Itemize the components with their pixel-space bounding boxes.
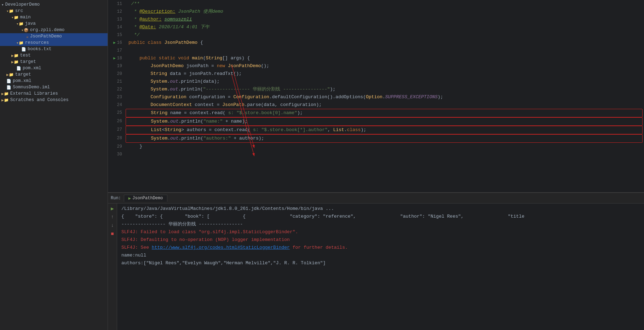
sidebar-item-java[interactable]: ▾📁java	[0, 20, 108, 27]
code-line-21: 21 System.out.println(data);	[108, 78, 644, 86]
tree-label-jsonpath-demo: JsonPathDemo	[30, 34, 62, 39]
tree-icon-folder: ▶📁	[1, 98, 9, 102]
run-output: /Library/Java/JavaVirtualMachines/jdk1.8…	[117, 204, 644, 330]
tree-label-org-zpli-demo: org.zpli.demo	[30, 28, 65, 33]
sidebar-item-books-txt[interactable]: 📄books.txt	[0, 46, 108, 52]
output-line: SLF4J: Failed to load class "org.slf4j.i…	[121, 228, 640, 236]
code-line-28: 28 System.out.println("authors:" + autho…	[108, 134, 644, 143]
line-content-25: String name = context.read( s: "$.store.…	[126, 109, 643, 117]
run-tab-jsonpathdemo[interactable]: ▶ JsonPathDemo	[124, 195, 168, 202]
code-line-11: 11 /**	[108, 0, 644, 8]
line-content-26: System.out.println("name:" + name);	[126, 117, 643, 126]
output-line: { "store": { "book": [ { "category": "re…	[121, 213, 640, 220]
tree-icon-file: 📄	[16, 66, 21, 71]
sidebar-item-developer-demo[interactable]: ▾DeveloperDemo	[0, 1, 108, 8]
run-scroll-down-button[interactable]: ↓	[109, 222, 116, 229]
tree-icon-folder: ▾📁	[11, 15, 19, 20]
tree-icon-folder: ▾📁	[16, 41, 24, 45]
output-line: ---------------- 华丽的分割线 ----------------	[121, 220, 640, 228]
code-line-18: ▶18 public static void main(String[] arg…	[108, 54, 644, 62]
code-line-23: 23 Configuration configuration = Configu…	[108, 93, 644, 101]
code-line-25: 25 String name = context.read( s: "$.sto…	[108, 109, 644, 117]
tree-label-src: src	[15, 8, 23, 13]
tree-label-test: test	[20, 53, 31, 58]
line-content-23: Configuration configuration = Configurat…	[126, 93, 644, 101]
sidebar-item-resources[interactable]: ▾📁resources	[0, 40, 108, 46]
run-play-button[interactable]: ▶	[109, 205, 116, 212]
tree-icon-file: ☕	[26, 34, 29, 39]
sidebar-item-org-zpli-demo[interactable]: ▾📦org.zpli.demo	[0, 27, 108, 33]
tree-label-pom-xml-inner: pom.xml	[23, 66, 41, 71]
tree-label-target-inner: target	[20, 59, 36, 64]
sidebar-item-pom-xml-outer[interactable]: 📄pom.xml	[0, 78, 108, 84]
line-content-18: public static void main(String[] args) {	[126, 54, 644, 62]
line-content-28: System.out.println("authors:" + authors)…	[126, 134, 643, 143]
line-content-20: String data = jsonPath.readTxt();	[126, 70, 644, 78]
sidebar-item-target-inner[interactable]: ▶📁target	[0, 59, 108, 65]
code-line-29: 29 }	[108, 143, 644, 151]
sidebar-item-external-libraries[interactable]: ▶📁External Libraries	[0, 90, 108, 97]
sidebar-item-scratches[interactable]: ▶📁Scratches and Consoles	[0, 97, 108, 103]
run-label: Run:	[111, 196, 121, 201]
sidebar-item-jsonpath-demo[interactable]: ☕JsonPathDemo	[0, 33, 108, 40]
code-line-20: 20 String data = jsonPath.readTxt();	[108, 70, 644, 78]
line-content-22: System.out.println("---------------- 华丽的…	[126, 86, 644, 93]
line-content-15: */	[126, 31, 644, 39]
code-line-16: ▶16public class JsonPathDemo {	[108, 39, 644, 47]
file-tree: ▾DeveloperDemo▾📁src▾📁main▾📁java▾📦org.zpl…	[0, 0, 108, 330]
editor-wrapper: 11 /**12 * @Description: JsonPath 使用demo…	[108, 0, 644, 192]
run-scroll-up-button[interactable]: ↑	[109, 213, 116, 220]
main-content: 11 /**12 * @Description: JsonPath 使用demo…	[108, 0, 644, 330]
sidebar-item-src[interactable]: ▾📁src	[0, 8, 108, 14]
run-content: ▶ ↑ ↓ ■ /Library/Java/JavaVirtualMachine…	[108, 204, 644, 330]
code-line-24: 24 DocumentContext context = JsonPath.pa…	[108, 101, 644, 109]
line-run-marker[interactable]: ▶	[112, 39, 117, 47]
tree-label-target-outer: target	[15, 72, 31, 77]
tree-icon-folder: ▶📁	[11, 53, 19, 58]
line-content-16: public class JsonPathDemo {	[126, 39, 644, 47]
output-line: name:null	[121, 252, 640, 259]
run-tab-bar: Run: ▶ JsonPathDemo	[108, 193, 644, 204]
tree-icon-file: 📄	[6, 79, 11, 83]
tree-label-books-txt: books.txt	[28, 47, 52, 52]
sidebar-item-main[interactable]: ▾📁main	[0, 14, 108, 20]
tree-icon-package: ▾📦	[21, 28, 29, 33]
code-line-17: 17	[108, 47, 644, 54]
code-editor: 11 /**12 * @Description: JsonPath 使用demo…	[108, 0, 644, 192]
tree-label-developer-demo: DeveloperDemo	[5, 2, 40, 7]
code-line-22: 22 System.out.println("---------------- …	[108, 86, 644, 93]
code-line-26: 26 System.out.println("name:" + name);	[108, 117, 644, 126]
sidebar-item-somnus-demo-iml[interactable]: 📄SomnusDemo.iml	[0, 84, 108, 90]
tree-icon-folder: ▶📁	[6, 72, 14, 77]
sidebar-item-pom-xml-inner[interactable]: 📄pom.xml	[0, 65, 108, 71]
code-line-13: 13 * @author: somnuszpli	[108, 16, 644, 23]
tree-label-resources: resources	[25, 40, 49, 45]
run-stop-button[interactable]: ■	[109, 230, 116, 237]
run-tab-icon: ▶	[128, 196, 131, 201]
tree-label-pom-xml-outer: pom.xml	[13, 78, 31, 83]
output-line: SLF4J: See http://www.slf4j.org/codes.ht…	[121, 244, 640, 252]
tree-icon-folder: ▶📁	[11, 60, 19, 64]
tree-icon-file: 📄	[6, 85, 11, 90]
line-content-12: * @Description: JsonPath 使用demo	[126, 8, 644, 16]
code-line-30: 30	[108, 151, 644, 158]
tree-icon-folder: ▾📁	[6, 9, 14, 13]
line-content-29: }	[126, 143, 644, 151]
output-error-link[interactable]: http://www.slf4j.org/codes.html#StaticLo…	[152, 245, 290, 250]
sidebar-item-target-outer[interactable]: ▶📁target	[0, 71, 108, 78]
tree-icon-folder: ▶📁	[1, 92, 9, 96]
sidebar: ▾DeveloperDemo▾📁src▾📁main▾📁java▾📦org.zpl…	[0, 0, 108, 330]
line-content-11: /**	[126, 0, 644, 8]
tree-label-java: java	[25, 21, 36, 26]
run-sidebar: ▶ ↑ ↓ ■	[108, 204, 117, 330]
code-line-27: 27 List<String> authors = context.read( …	[108, 126, 644, 134]
sidebar-item-test[interactable]: ▶📁test	[0, 52, 108, 59]
line-content-14: * @Date: 2020/11/4 4:01 下午	[126, 23, 644, 31]
tree-label-external-libraries: External Libraries	[10, 91, 58, 96]
line-run-marker[interactable]: ▶	[112, 54, 117, 62]
code-line-14: 14 * @Date: 2020/11/4 4:01 下午	[108, 23, 644, 31]
tree-label-scratches: Scratches and Consoles	[10, 98, 69, 102]
output-line: SLF4J: Defaulting to no-operation (NOP) …	[121, 236, 640, 244]
output-line: /Library/Java/JavaVirtualMachines/jdk1.8…	[121, 205, 640, 213]
line-content-24: DocumentContext context = JsonPath.parse…	[126, 101, 644, 109]
